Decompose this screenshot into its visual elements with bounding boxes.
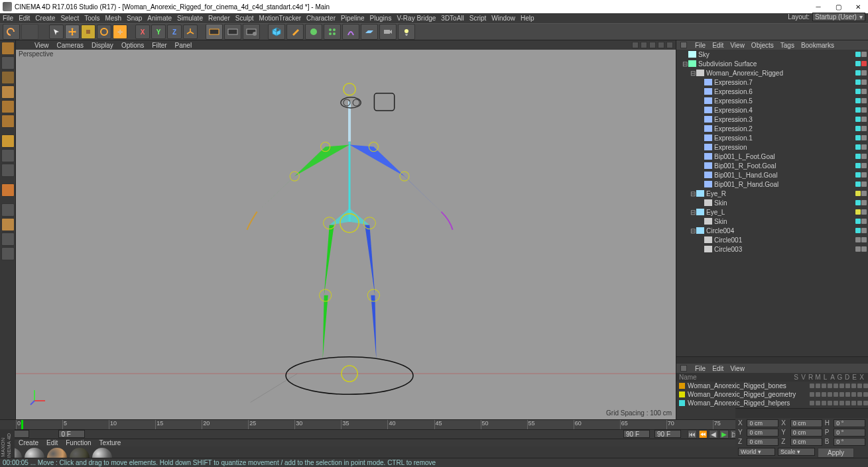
add-subdiv-button[interactable]	[305, 24, 322, 40]
edges-mode-button[interactable]	[1, 149, 15, 162]
viewport-3d[interactable]: Grid Spacing : 100 cm	[16, 58, 676, 419]
add-floor-button[interactable]	[361, 24, 378, 40]
coord-mode2[interactable]: Scale ▾	[778, 448, 815, 456]
tree-row[interactable]: Bip001_L_Hand.Goal	[676, 170, 868, 180]
menu-edit[interactable]: Edit	[19, 15, 30, 22]
tree-row[interactable]: Skin	[676, 217, 868, 226]
view-nav-icon[interactable]	[666, 42, 673, 48]
view-nav-icon[interactable]	[649, 42, 656, 48]
menu-tools[interactable]: Tools	[84, 15, 99, 22]
menu-sculpt[interactable]: Sculpt	[235, 15, 254, 22]
polys-mode-button[interactable]	[1, 164, 15, 177]
render-view-button[interactable]	[206, 24, 223, 40]
objmenu-tags[interactable]: Tags	[780, 42, 794, 49]
workplane-snap-button[interactable]	[1, 233, 15, 246]
laymenu-view[interactable]: View	[730, 365, 745, 372]
objmenu-view[interactable]: View	[730, 42, 745, 49]
range-end-field[interactable]: 90 F	[654, 430, 681, 438]
y-axis-toggle[interactable]: Y	[151, 25, 166, 39]
menu-window[interactable]: Window	[491, 15, 515, 22]
points-mode-button[interactable]	[1, 134, 15, 148]
matmenu-edit[interactable]: Edit	[46, 439, 58, 446]
model-mode-button[interactable]	[1, 56, 15, 70]
view-nav-icon[interactable]	[641, 42, 647, 48]
menu-create[interactable]: Create	[35, 15, 55, 22]
timeline-ruler[interactable]: 051015202530354045505560657075808590	[16, 420, 852, 429]
viewmenu-filter[interactable]: Filter	[152, 42, 166, 49]
play-button[interactable]: ▶	[719, 430, 729, 439]
rotate-tool[interactable]	[97, 25, 111, 39]
tree-scrollbar[interactable]	[676, 357, 868, 364]
menu-script[interactable]: Script	[469, 15, 487, 22]
laymenu-file[interactable]: File	[695, 365, 706, 372]
viewmenu-options[interactable]: Options	[121, 42, 144, 49]
add-cube-button[interactable]	[268, 24, 285, 40]
menu-select[interactable]: Select	[60, 15, 79, 22]
panel-icon[interactable]	[680, 42, 687, 48]
coord-mode1[interactable]: World ▾	[738, 448, 775, 456]
tree-row[interactable]: Sky	[676, 50, 868, 59]
tree-row[interactable]: Expression	[676, 142, 868, 152]
render-settings-button[interactable]	[243, 24, 260, 40]
menu-mesh[interactable]: Mesh	[105, 15, 121, 22]
view-nav-icon[interactable]	[658, 42, 664, 48]
add-array-button[interactable]	[324, 24, 341, 40]
menu-pipeline[interactable]: Pipeline	[341, 15, 365, 22]
viewmenu-panel[interactable]: Panel	[175, 42, 192, 49]
tree-row[interactable]: Skin	[676, 198, 868, 207]
menu-help[interactable]: Help	[521, 15, 534, 22]
objmenu-bookmarks[interactable]: Bookmarks	[801, 42, 834, 49]
tree-row[interactable]: Expression.5	[676, 96, 868, 105]
maximize-button[interactable]: ▢	[828, 0, 848, 13]
objmenu-file[interactable]: File	[695, 42, 706, 49]
objmenu-objects[interactable]: Objects	[751, 42, 774, 49]
object-tree[interactable]: Sky⊟Subdivision Surface⊟Woman_Anorexic_R…	[676, 50, 868, 357]
workplane-button[interactable]	[1, 85, 15, 99]
menu-snap[interactable]: Snap	[127, 15, 142, 22]
panel-icon[interactable]	[680, 365, 687, 372]
viewmenu-cameras[interactable]: Cameras	[57, 42, 84, 49]
make-editable-button[interactable]	[1, 42, 15, 55]
layer-row[interactable]: Woman_Anorexic_Rigged_bones	[676, 382, 868, 390]
enable-axis-button[interactable]	[1, 183, 15, 197]
matmenu-texture[interactable]: Texture	[99, 439, 121, 446]
view-nav-icon[interactable]	[632, 42, 639, 48]
layout-dropdown[interactable]: Startup (User)▾	[812, 13, 865, 21]
z-axis-toggle[interactable]: Z	[167, 25, 182, 39]
viewmenu-display[interactable]: Display	[92, 42, 113, 49]
coord-system[interactable]	[183, 25, 198, 39]
render-pv-button[interactable]	[224, 24, 241, 40]
tree-row[interactable]: Bip001_R_Foot.Goal	[676, 161, 868, 170]
recent-tool[interactable]: ✛	[113, 25, 127, 39]
add-light-button[interactable]	[398, 24, 415, 40]
menu-3dtoall[interactable]: 3DToAll	[441, 15, 464, 22]
tree-row[interactable]: Expression.2	[676, 124, 868, 133]
add-bend-button[interactable]	[342, 24, 359, 40]
tree-row[interactable]: Expression.6	[676, 87, 868, 96]
snap-button[interactable]	[1, 218, 15, 231]
playhead[interactable]	[21, 420, 23, 429]
current-frame-field[interactable]: 0 F	[58, 430, 85, 438]
x-axis-toggle[interactable]: X	[135, 25, 150, 39]
tree-row[interactable]: ⊟Eye_R	[676, 189, 868, 198]
viewport-solo-button[interactable]	[1, 203, 15, 217]
tree-row[interactable]: Expression.1	[676, 133, 868, 142]
apply-button[interactable]: Apply	[818, 448, 854, 458]
end-frame-field[interactable]: 90 F	[623, 430, 650, 438]
locked-workplane-button[interactable]	[1, 247, 15, 260]
tree-row[interactable]: ⊟Eye_L	[676, 207, 868, 217]
axis-mode-button[interactable]	[1, 115, 15, 128]
move-tool[interactable]	[65, 25, 80, 39]
tree-row[interactable]: Expression.7	[676, 78, 868, 87]
menu-animate[interactable]: Animate	[147, 15, 172, 22]
menu-motiontracker[interactable]: MotionTracker	[259, 15, 302, 22]
tree-row[interactable]: Bip001_R_Hand.Goal	[676, 180, 868, 189]
menu-render[interactable]: Render	[208, 15, 230, 22]
layer-row[interactable]: Woman_Anorexic_Rigged_geometry	[676, 390, 868, 399]
close-button[interactable]: ✕	[848, 0, 868, 13]
tree-row[interactable]: Circle003	[676, 244, 868, 254]
goto-start-button[interactable]: ⏮	[688, 430, 697, 439]
minimize-button[interactable]: ─	[808, 0, 828, 13]
matmenu-function[interactable]: Function	[66, 439, 91, 446]
tree-row[interactable]: Bip001_L_Foot.Goal	[676, 152, 868, 161]
